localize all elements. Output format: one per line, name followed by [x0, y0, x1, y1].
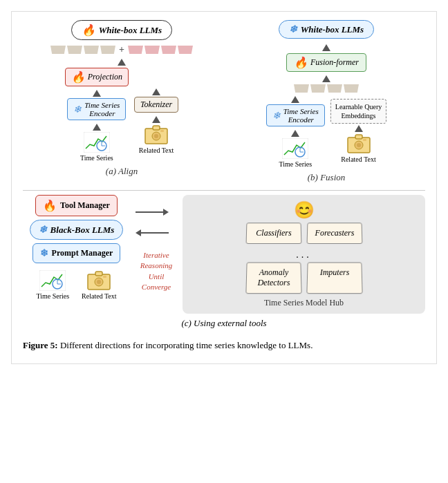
fire-fusion: 🔥 [294, 56, 308, 69]
fusion-two-col: ❄ Time SeriesEncoder Time Series [266, 95, 387, 168]
ts-icon-c: Time Series [36, 270, 69, 300]
rt-label-a: Related Text [139, 146, 174, 154]
trap4 [100, 46, 115, 54]
encoder-label-b: Time SeriesEncoder [283, 107, 319, 124]
hub-panel: 😊 Classifiers Forecasters ... AnomalyDet… [183, 195, 425, 314]
caption-text: Different directions for incorporating t… [60, 340, 312, 350]
panel-a-label: (a) Align [106, 166, 138, 177]
ts-label-b: Time Series [279, 160, 312, 168]
rt-svg-c [86, 270, 111, 291]
encoder-box-b: ❄ Time SeriesEncoder [266, 104, 325, 126]
embeddings-a: + [50, 44, 193, 55]
svg-rect-26 [103, 276, 106, 278]
figure-caption: Figure 5: Different directions for incor… [23, 334, 425, 352]
related-text-icon-b [346, 133, 371, 154]
fire-icon-a: 🔥 [82, 23, 95, 37]
right-col-a: Tokenizer Related Text [134, 87, 178, 154]
dots-row: ... [296, 249, 312, 261]
imputers-label: Imputers [319, 267, 349, 277]
prompt-manager-box: ❄ Prompt Manager [32, 243, 121, 263]
arrow-line-l [141, 232, 169, 234]
arrow-b1 [322, 44, 330, 51]
figure-container: 🔥 White-box LLMs + � [11, 11, 437, 364]
left-col-a: 🔥 Projection ❄ Time SeriesEncoder [65, 68, 129, 162]
projection-label: Projection [88, 72, 122, 82]
arrow-tok-text [152, 116, 160, 123]
panel-a-llm-box: 🔥 White-box LLMs [71, 20, 172, 40]
svg-rect-23 [95, 272, 102, 276]
rt-label-b: Related Text [341, 155, 376, 163]
tokenizer-label: Tokenizer [140, 100, 172, 109]
btrap1 [294, 84, 309, 93]
svg-rect-0 [84, 132, 110, 153]
black-box-llm: ❄ Black-Box LLMs [30, 220, 124, 240]
arrowhead-l [136, 229, 141, 236]
snowflake-pm: ❄ [40, 247, 48, 259]
left-arrow [136, 229, 169, 236]
fusion-label: Fusion-former [310, 57, 359, 68]
black-box-label: Black-Box LLMs [50, 225, 115, 236]
learnable-label: Learnable QueryEmbeddings [335, 103, 382, 120]
panel-b-label: (b) Fusion [308, 172, 346, 183]
svg-rect-17 [363, 139, 366, 141]
arrow-up-a [118, 59, 126, 66]
trap1 [50, 46, 66, 54]
arrow-enc-ts [93, 124, 101, 131]
trap5 [128, 46, 143, 54]
arrow-b-enc [291, 96, 299, 103]
arrows-container [136, 195, 177, 250]
panel-a-llm-label: White-box LLMs [99, 25, 162, 36]
iterative-text: IterativeReasoningUntilConverge [140, 251, 172, 291]
svg-point-7 [154, 134, 158, 138]
encoder-box-a: ❄ Time SeriesEncoder [67, 98, 126, 120]
rt-icon-c: Related Text [82, 270, 117, 300]
b-right: Learnable QueryEmbeddings Related Text [330, 99, 386, 163]
panel-a: 🔥 White-box LLMs + � [23, 20, 221, 183]
hub-label: Time Series Model Hub [264, 298, 344, 308]
iterative-label: IterativeReasoningUntilConverge [140, 250, 172, 293]
forecasters-label: Forecasters [315, 228, 354, 238]
top-diagrams-row: 🔥 White-box LLMs + � [23, 20, 425, 183]
plus-sign: + [119, 44, 124, 55]
tool-manager-box: 🔥 Tool Manager [35, 195, 118, 216]
snowflake-enc-a: ❄ [73, 104, 82, 115]
embeddings-b [294, 84, 359, 93]
tokenizer-box: Tokenizer [134, 97, 178, 113]
panel-c: 🔥 Tool Manager ❄ Black-Box LLMs ❄ Prompt… [23, 195, 425, 329]
ts-label-a: Time Series [80, 154, 113, 162]
classifiers-label: Classifiers [256, 228, 292, 238]
fire-icon-proj: 🔥 [71, 70, 85, 84]
left-tools-c: 🔥 Tool Manager ❄ Black-Box LLMs ❄ Prompt… [23, 195, 130, 300]
svg-rect-9 [282, 138, 308, 159]
anomaly-cell: AnomalyDetectors [245, 263, 301, 294]
trap2 [67, 46, 82, 54]
svg-rect-5 [153, 126, 160, 130]
svg-rect-18 [39, 270, 66, 291]
caption-bold: Figure 5: [23, 340, 58, 350]
arrow-line-r [136, 211, 163, 213]
snowflake-b: ❄ [289, 23, 297, 35]
panel-b-llm-label: White-box LLMs [301, 24, 364, 35]
trap3 [84, 46, 99, 54]
hub-row-2: AnomalyDetectors Imputers [188, 262, 420, 294]
time-series-icon-b [282, 138, 308, 159]
ts-label-c: Time Series [36, 292, 69, 300]
prompt-manager-label: Prompt Manager [52, 248, 113, 258]
svg-rect-14 [355, 135, 362, 139]
right-arrow [136, 209, 169, 216]
svg-point-25 [97, 280, 101, 284]
tools-data-row: Time Series Related Text [36, 270, 116, 300]
forecasters-cell: Forecasters [306, 222, 362, 244]
btrap3 [327, 84, 342, 93]
encoder-label-a: Time SeriesEncoder [84, 101, 120, 117]
smiley-icon: 😊 [294, 200, 315, 220]
hub-row-1: Classifiers Forecasters [188, 222, 420, 244]
btrap4 [344, 84, 359, 93]
middle-connector: IterativeReasoningUntilConverge [133, 195, 180, 293]
time-series-icon-a [84, 132, 110, 153]
divider [23, 190, 425, 191]
learnable-box: Learnable QueryEmbeddings [330, 99, 386, 124]
arrowhead-r [163, 209, 169, 216]
arrow-b-ts [291, 130, 299, 137]
section-c-content: 🔥 Tool Manager ❄ Black-Box LLMs ❄ Prompt… [23, 195, 425, 314]
